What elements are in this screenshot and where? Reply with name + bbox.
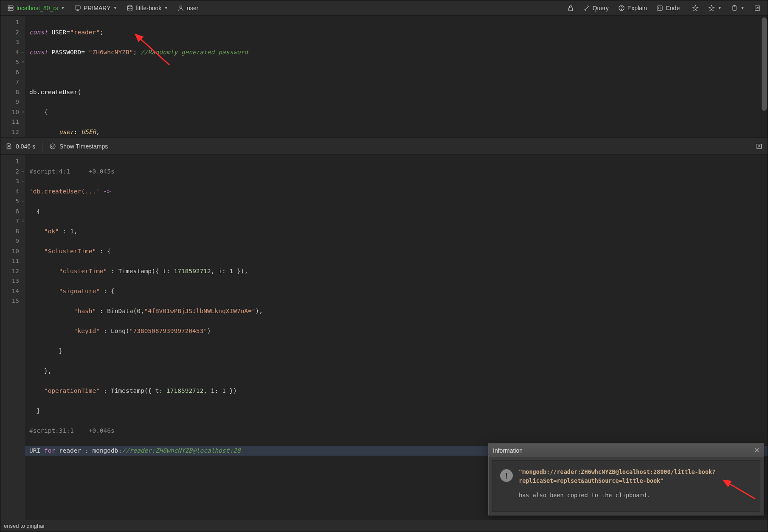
information-toast: Information ✕ ! "mongodb://reader:ZH6whc… (488, 443, 764, 515)
host-label: localhost_80_rs (17, 5, 58, 11)
node-selector[interactable]: PRIMARY ▼ (71, 3, 121, 13)
unlock-icon (567, 5, 574, 11)
svg-point-11 (621, 9, 622, 10)
code-label: Code (666, 5, 680, 11)
toast-message: "mongodb://reader:ZH6whcNYZB@localhost:2… (519, 468, 752, 499)
user-indicator[interactable]: user (174, 3, 202, 13)
toast-header: Information ✕ (489, 444, 764, 457)
script-editor[interactable]: 123 456 789 101112 const USER="reader"; … (0, 16, 768, 138)
popout-icon (756, 143, 762, 150)
monitor-icon (74, 5, 81, 11)
status-bar: ensed to qinghai (0, 520, 768, 532)
server-icon (7, 5, 14, 11)
popout-button[interactable] (751, 3, 764, 13)
svg-rect-4 (75, 6, 80, 9)
svg-rect-1 (8, 8, 13, 10)
explain-label: Explain (627, 5, 647, 11)
help-icon (618, 5, 625, 11)
star-outline-icon (692, 5, 699, 11)
toast-uri: "mongodb://reader:ZH6whcNYZB@localhost:2… (519, 468, 752, 485)
close-icon[interactable]: ✕ (754, 446, 760, 454)
chevron-down-icon: ▼ (113, 6, 118, 10)
clipboard-button[interactable]: ▼ (728, 3, 748, 13)
popout-icon (754, 5, 761, 11)
database-label: little-book (136, 5, 161, 11)
result-toolbar: 0.046 s Show Timestamps (0, 138, 768, 155)
svg-rect-0 (8, 6, 13, 7)
svg-point-7 (128, 5, 132, 7)
execution-time: 0.046 s (6, 143, 35, 150)
database-selector[interactable]: little-book ▼ (123, 3, 172, 13)
wand-icon (583, 5, 590, 11)
star-outline-button[interactable] (689, 3, 702, 13)
chevron-down-icon: ▼ (61, 6, 65, 10)
show-timestamps-button[interactable]: Show Timestamps (49, 143, 108, 150)
svg-rect-9 (568, 8, 572, 11)
svg-rect-12 (657, 6, 662, 10)
info-icon: ! (500, 469, 513, 482)
svg-rect-18 (8, 147, 10, 149)
svg-point-8 (180, 6, 182, 8)
chevron-down-icon: ▼ (740, 6, 745, 10)
star-filled-button[interactable]: ▼ (705, 3, 725, 13)
user-label: user (187, 5, 198, 11)
scrollbar[interactable] (762, 17, 767, 111)
user-icon (177, 5, 184, 11)
node-label: PRIMARY (84, 5, 111, 11)
unlock-button[interactable] (564, 3, 577, 13)
svg-point-19 (50, 144, 55, 149)
host-selector[interactable]: localhost_80_rs ▼ (4, 3, 68, 13)
check-circle-icon (49, 143, 56, 150)
line-gutter: 123 456 789 101112 131415 (0, 155, 25, 520)
code-button[interactable]: Code (653, 3, 683, 13)
svg-rect-17 (8, 144, 10, 145)
license-text: ensed to qinghai (4, 523, 44, 529)
toast-title: Information (493, 447, 523, 454)
chevron-down-icon: ▼ (164, 6, 168, 10)
explain-button[interactable]: Explain (615, 3, 650, 13)
top-toolbar: localhost_80_rs ▼ PRIMARY ▼ little-book … (0, 0, 768, 16)
svg-point-2 (9, 6, 9, 7)
chevron-down-icon: ▼ (717, 6, 722, 10)
code-area[interactable]: const USER="reader"; const PASSWORD= "ZH… (25, 16, 768, 137)
toast-subtitle: has also been copied to the clipboard. (519, 491, 752, 499)
query-button[interactable]: Query (580, 3, 612, 13)
svg-point-3 (9, 9, 9, 10)
query-label: Query (593, 5, 609, 11)
line-gutter: 123 456 789 101112 (0, 16, 25, 137)
database-icon (127, 5, 133, 11)
popout-results-button[interactable] (756, 143, 762, 150)
code-icon (656, 5, 663, 11)
save-icon (6, 143, 12, 150)
star-filled-icon (708, 5, 715, 11)
clipboard-icon (731, 5, 738, 11)
